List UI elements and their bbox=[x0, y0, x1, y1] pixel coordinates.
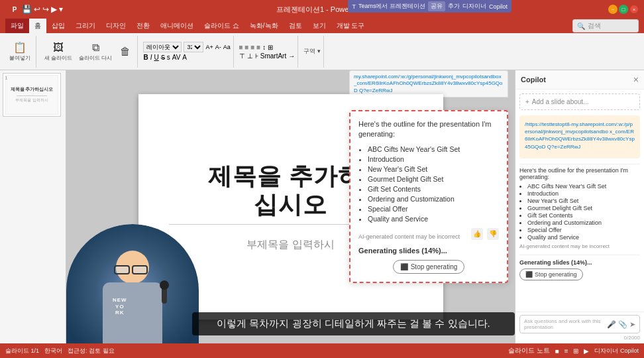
font-group: 레이아웃 32 A+ A- Aa B I U S̶ s AV A bbox=[140, 36, 233, 68]
share-btn[interactable]: 공유 bbox=[428, 1, 445, 11]
smartart-btn[interactable]: SmartArt bbox=[260, 52, 286, 60]
right-panel: Copilot × + Add a slide about... /https:… bbox=[515, 70, 644, 343]
rp-stop-icon: ⬛ bbox=[525, 271, 533, 278]
outline-item-7: Special Offer bbox=[368, 205, 499, 213]
teams-icon: T bbox=[352, 3, 356, 10]
minimize-btn[interactable]: − bbox=[608, 5, 617, 14]
view-normal-btn[interactable]: ■ bbox=[555, 347, 559, 355]
status-bar: 슬라이드 1/1 한국어 접근성: 검토 필요 슬라이드 노트 ■ ≡ ⊞ ▶ … bbox=[0, 343, 644, 358]
decrease-font-btn[interactable]: A- bbox=[215, 44, 221, 50]
rp-char-count: 0/2000 bbox=[519, 335, 640, 341]
copilot-dialog: Here's the outline for the presentation … bbox=[349, 110, 508, 283]
duplicate-slide-btn[interactable]: ⧉ 슬라이드 다시 bbox=[76, 40, 115, 63]
view-outline-btn[interactable]: ≡ bbox=[564, 347, 568, 355]
generating-text: Generating slides (14%)... bbox=[358, 247, 499, 255]
justify-btn[interactable]: ≡ bbox=[256, 44, 260, 51]
view-reading-btn[interactable]: ▶ bbox=[584, 347, 589, 355]
rp-item-4: Gourmet Delight Gift Set bbox=[527, 205, 640, 211]
rp-input-area: Ask questions and work with this present… bbox=[515, 312, 644, 343]
designer-btn[interactable]: 디자이너 bbox=[462, 2, 486, 11]
valign-top-btn[interactable]: ⊤ bbox=[239, 52, 245, 60]
rp-input-box: Ask questions and work with this present… bbox=[519, 315, 640, 333]
duplicate-label: 슬라이드 다시 bbox=[79, 54, 112, 62]
attach-icon[interactable]: 📎 bbox=[618, 320, 627, 329]
drawing-group: 구역 ▾ bbox=[301, 36, 324, 68]
comments-btn[interactable]: 추가 bbox=[448, 2, 460, 11]
maximize-btn[interactable]: □ bbox=[619, 5, 628, 14]
valign-bot-btn[interactable]: ⊦ bbox=[255, 52, 258, 60]
right-panel-header: Copilot × bbox=[515, 70, 644, 90]
clipboard-group: 📋 붙여넣기 bbox=[4, 36, 36, 68]
tab-slideshow[interactable]: 슬라이드 쇼 bbox=[199, 19, 244, 33]
increase-font-btn[interactable]: A+ bbox=[205, 44, 213, 50]
bold-btn[interactable]: B bbox=[143, 54, 148, 61]
paste-btn[interactable]: 📋 붙여넣기 bbox=[7, 40, 33, 63]
convert-btn[interactable]: → bbox=[288, 52, 295, 60]
stop-label: Stop generating bbox=[411, 263, 458, 270]
font-size-selector[interactable]: 32 bbox=[184, 42, 203, 52]
ribbon-search[interactable]: 🔍 검색 bbox=[572, 19, 639, 32]
columns-btn[interactable]: ⊞ bbox=[268, 44, 273, 51]
person-avatar: NEWYORK bbox=[66, 224, 199, 343]
italic-btn[interactable]: I bbox=[150, 54, 152, 61]
shadow-btn[interactable]: s bbox=[167, 54, 170, 61]
tab-home[interactable]: 홈 bbox=[29, 19, 46, 33]
font-selector[interactable]: 레이아웃 bbox=[143, 42, 182, 52]
rp-divider-2 bbox=[519, 255, 640, 255]
strikethrough-btn[interactable]: S̶ bbox=[161, 54, 165, 61]
tab-draw[interactable]: 그리기 bbox=[70, 19, 101, 33]
subtitle-caption: 이렇게 목차까지 굉장히 디테일하게 짜주는 걸 볼 수 있습니다. bbox=[192, 312, 515, 335]
rp-add-slide-btn[interactable]: + Add a slide about... bbox=[519, 93, 640, 110]
slide-thumb-1[interactable]: 1 제목을 추가하십시오 부제목을 입력하시 bbox=[3, 73, 61, 117]
right-panel-content: + Add a slide about... /https://testtest… bbox=[515, 90, 644, 312]
save-btn[interactable]: 💾 bbox=[22, 5, 32, 14]
qa-dropdown[interactable]: ▾ bbox=[59, 5, 63, 14]
start-btn[interactable]: ▶ bbox=[51, 5, 57, 14]
copilot-intro: Here's the outline for the presentation … bbox=[358, 119, 499, 140]
copilot-btn[interactable]: Copilot bbox=[489, 3, 508, 10]
tab-insert[interactable]: 삽입 bbox=[46, 19, 70, 33]
outline-item-4: Gourmet Delight Gift Set bbox=[368, 175, 499, 183]
rp-stop-btn[interactable]: ⬛ Stop generating bbox=[519, 268, 583, 280]
rp-item-8: Quality and Service bbox=[527, 234, 640, 241]
align-left-btn[interactable]: ≡ bbox=[239, 44, 243, 51]
right-panel-close-btn[interactable]: × bbox=[633, 74, 639, 85]
view-sorter-btn[interactable]: ⊞ bbox=[573, 347, 578, 355]
rp-item-6: Ordering and Customization bbox=[527, 219, 640, 226]
font-color-btn[interactable]: A bbox=[182, 54, 187, 61]
tab-view[interactable]: 보기 bbox=[307, 19, 331, 33]
delete-slide-btn[interactable]: 🗑 bbox=[116, 44, 134, 59]
paragraph-group: ≡ ≡ ≡ ≡ ↕ ⊞ ⊤ ⊥ ⊦ SmartArt → bbox=[237, 36, 298, 68]
rp-outline-section: Here's the outline for the presentation … bbox=[519, 167, 640, 249]
line-spacing-btn[interactable]: ↕ bbox=[262, 44, 266, 51]
undo-btn[interactable]: ↩ bbox=[34, 5, 40, 14]
tab-devtools[interactable]: 개발 도구 bbox=[331, 19, 370, 33]
valign-mid-btn[interactable]: ⊥ bbox=[247, 52, 253, 60]
new-slide-btn[interactable]: 🖼 새 슬라이드 bbox=[42, 40, 75, 63]
clear-format-btn[interactable]: Aa bbox=[223, 44, 231, 50]
align-right-btn[interactable]: ≡ bbox=[250, 44, 254, 51]
teams-label: Teams에서 프레젠테이션 bbox=[358, 2, 425, 11]
tab-file[interactable]: 파일 bbox=[5, 19, 29, 33]
close-btn[interactable]: × bbox=[629, 5, 639, 14]
rp-generating: Generating slides (14%)... bbox=[519, 259, 640, 266]
send-icon[interactable]: ➤ bbox=[629, 320, 635, 329]
mic-icon[interactable]: 🎤 bbox=[607, 320, 616, 329]
tab-design[interactable]: 디자인 bbox=[101, 19, 131, 33]
rp-outline-text: Here's the outline for the presentation … bbox=[519, 167, 640, 180]
notes-btn[interactable]: 슬라이드 노트 bbox=[508, 346, 550, 355]
tab-animation[interactable]: 애니메이션 bbox=[155, 19, 199, 33]
rp-stop-label: Stop generating bbox=[535, 271, 577, 278]
tab-review[interactable]: 검토 bbox=[284, 19, 307, 33]
align-center-btn[interactable]: ≡ bbox=[245, 44, 249, 51]
tab-transition[interactable]: 전환 bbox=[131, 19, 155, 33]
outline-item-3: New Year's Gift Set bbox=[368, 165, 499, 173]
outline-item-8: Quality and Service bbox=[368, 215, 499, 223]
tab-record[interactable]: 녹화/녹화 bbox=[244, 19, 284, 33]
redo-btn[interactable]: ↪ bbox=[42, 5, 49, 14]
char-spacing-btn[interactable]: AV bbox=[172, 54, 181, 61]
stop-generating-btn[interactable]: ⬛ Stop generating bbox=[393, 260, 465, 274]
thumbs-down-btn[interactable]: 👎 bbox=[487, 228, 499, 240]
underline-btn[interactable]: U bbox=[154, 54, 158, 61]
thumbs-up-btn[interactable]: 👍 bbox=[471, 228, 483, 240]
